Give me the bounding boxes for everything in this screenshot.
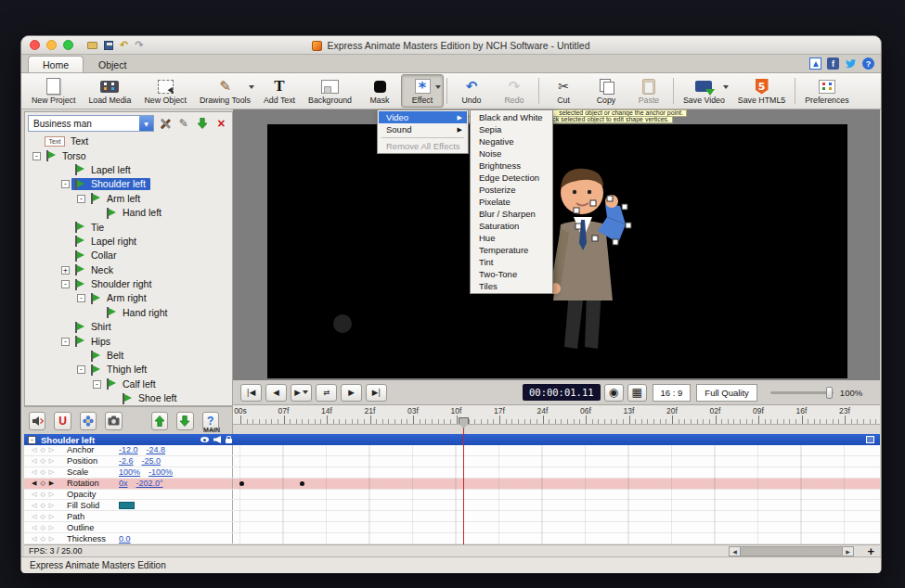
keyframe-nav-icon[interactable]: ◇ [40,524,45,531]
keyframe-nav-icon[interactable]: ◀ [32,479,36,487]
tree-expander-icon[interactable]: - [61,338,70,346]
effects-button[interactable] [80,412,97,430]
keyframe-nav[interactable]: ◁◇▷ [32,468,67,476]
submenu-item-temperature[interactable]: Temperature [472,244,551,256]
keyframe-nav-icon[interactable]: ◇ [40,479,45,487]
timeline-ruler[interactable]: 00s07f14f21f03f10f17f24f06f13f20f02f09f1… [233,405,880,434]
undo-icon[interactable]: ↶ [120,39,128,51]
go-to-end-button[interactable]: ▶| [366,384,387,402]
keyframe-nav-icon[interactable]: ▷ [49,524,54,531]
submenu-item-blur-sharpen[interactable]: Blur / Sharpen [472,208,551,220]
minimize-button[interactable] [46,40,57,50]
grid-button[interactable]: ▦ [627,384,647,402]
keyframe-nav-icon[interactable]: ◁ [32,491,36,498]
keyframe-nav[interactable]: ◁◇▷ [32,513,67,520]
tree-expander-icon[interactable]: - [61,280,70,288]
property-value[interactable]: 0x [119,479,128,488]
tree-expander-icon[interactable]: - [32,152,41,160]
redo-icon[interactable]: ↷ [135,39,143,51]
new-project-button[interactable]: New Project [25,74,82,108]
go-to-start-button[interactable]: |◀ [240,384,262,402]
loop-button[interactable]: ⇄ [316,384,337,402]
audio-button[interactable] [29,412,45,430]
save-icon[interactable] [104,41,113,50]
load-media-button[interactable]: Load Media [82,74,137,108]
canvas-area[interactable] [233,109,880,380]
keyframe-nav-icon[interactable]: ▷ [49,502,54,509]
tree-item-lapel-left[interactable]: Lapel left [25,163,232,177]
property-value[interactable]: 100% [119,467,140,477]
property-value[interactable]: -2.6 [119,456,134,466]
keyframe-nav-icon[interactable]: ◇ [40,502,45,509]
keyframe-nav-icon[interactable]: ◁ [32,446,36,454]
timeline-track[interactable] [233,490,880,500]
keyframe-nav-icon[interactable]: ▷ [49,491,54,498]
twitter-icon[interactable] [845,58,857,70]
timeline-track[interactable] [233,479,880,489]
quality-select[interactable]: Full Quality [696,384,757,402]
keyframe-nav-icon[interactable]: ◁ [32,468,36,476]
paste-button[interactable]: Paste [627,74,670,108]
submenu-item-pixelate[interactable]: Pixelate [472,196,551,208]
pencil-tool-button[interactable]: ✎ [175,115,191,132]
tree-item-hand-right[interactable]: Hand right [25,306,232,320]
keyframe-nav[interactable]: ◀◇▶ [32,479,67,487]
timeline-track[interactable] [233,500,880,510]
tree-item-collar[interactable]: Collar [25,249,232,262]
close-button[interactable] [30,40,40,50]
keyframe-dot[interactable] [300,481,304,486]
keyframe-nav-icon[interactable]: ◁ [32,524,36,531]
tree-item-hips[interactable]: -Hips [25,334,232,348]
tree-item-hand-left[interactable]: Hand left [25,206,232,220]
property-value[interactable]: -202.0° [136,479,163,488]
timeline-track[interactable] [233,467,880,478]
zoom-slider[interactable] [770,391,834,394]
track-header[interactable]: - Shoulder left [24,434,880,445]
tree-item-arm-left[interactable]: -Arm left [25,192,232,206]
next-frame-button[interactable]: ▶ [341,384,362,402]
tree-item-torso[interactable]: -Torso [25,148,232,162]
track-options-icon[interactable] [866,436,874,443]
object-select[interactable]: Business man ▼ [28,115,154,132]
redo-button[interactable]: ↷Redo [493,74,536,108]
timeline-track[interactable] [233,456,880,467]
property-value[interactable]: -24.8 [147,445,166,454]
previous-frame-button[interactable]: ◀ [265,384,287,402]
fill-color-swatch[interactable] [119,502,135,509]
tree-item-calf-left[interactable]: -Calf left [25,377,232,391]
keyframe-nav-icon[interactable]: ◇ [40,491,45,498]
save-html5-button[interactable]: Save HTML5 [731,74,792,108]
tree-item-text[interactable]: TextText [25,134,232,148]
keyframe-nav-icon[interactable]: ▷ [49,513,54,520]
submenu-item-noise[interactable]: Noise [472,147,551,160]
tree-item-lapel-right[interactable]: Lapel right [25,235,232,249]
effect-button[interactable]: Effect [401,74,444,108]
keyframe-nav[interactable]: ◁◇▷ [32,535,67,543]
tree-expander-icon[interactable]: - [77,195,85,203]
new-object-button[interactable]: New Object [137,74,192,108]
tree-item-shoulder-right[interactable]: -Shoulder right [25,277,232,291]
keyframe-nav[interactable]: ◁◇▷ [32,491,67,498]
keyframe-nav-icon[interactable]: ◁ [32,513,36,520]
delete-object-button[interactable]: × [213,115,229,132]
stage[interactable] [267,124,847,378]
share-icon[interactable] [809,58,821,70]
keyframe-nav-icon[interactable]: ▷ [49,468,54,476]
tree-item-neck[interactable]: +Neck [25,263,232,277]
menu-item-remove-all-effects[interactable]: Remove All Effects [379,140,467,152]
tree-item-shoulder-left[interactable]: -Shoulder left [25,177,232,191]
property-value[interactable]: -25.0 [142,456,162,466]
add-text-button[interactable]: TAdd Text [257,74,302,108]
submenu-item-hue[interactable]: Hue [472,232,551,244]
timeline-track[interactable] [233,533,880,543]
tree-item-tie[interactable]: Tie [25,220,232,234]
cut-button[interactable]: ✂Cut [542,74,585,108]
keyframe-nav-icon[interactable]: ▷ [49,446,54,454]
move-down-button[interactable] [176,412,193,430]
background-button[interactable]: Background [302,74,358,108]
mute-speaker-icon[interactable] [213,436,221,443]
property-value[interactable]: -100% [149,467,173,477]
keyframe-nav-icon[interactable]: ◁ [32,502,36,509]
anchor-target-button[interactable]: ◉ [604,384,624,402]
tab-object[interactable]: Object [84,56,141,72]
